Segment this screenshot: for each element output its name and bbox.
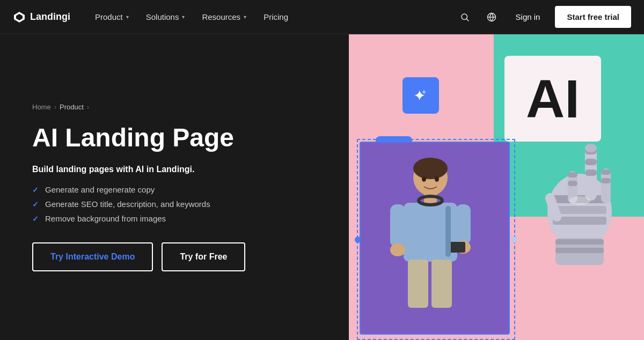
svg-point-15 <box>413 158 448 179</box>
right-panel: AI ✦ + <box>349 34 644 340</box>
svg-rect-22 <box>449 242 465 253</box>
brand-logo[interactable]: Landingi <box>13 11 70 24</box>
nav-item-solutions[interactable]: Solutions ▾ <box>138 8 193 26</box>
breadcrumb-separator: › <box>54 103 56 111</box>
page-title: AI Landing Page <box>32 124 317 152</box>
svg-rect-31 <box>553 206 606 214</box>
hero-subtitle: Build landing pages with AI in Landingi. <box>32 165 317 174</box>
features-list: ✓ Generate and regenerate copy ✓ Generat… <box>32 185 317 223</box>
left-panel: Home › Product › AI Landing Page Build l… <box>0 34 349 340</box>
ai-font-icon-card: ✦ + <box>402 77 439 114</box>
check-icon-2: ✓ <box>32 200 39 209</box>
breadcrumb-current: Product <box>60 103 84 111</box>
free-trial-button[interactable]: Try for Free <box>162 242 245 271</box>
svg-point-37 <box>585 144 597 152</box>
language-button[interactable] <box>482 8 501 26</box>
svg-line-3 <box>466 19 469 21</box>
svg-rect-39 <box>601 169 611 175</box>
svg-rect-47 <box>555 248 604 253</box>
globe-icon <box>487 12 496 22</box>
navigation: Landingi Product ▾ Solutions ▾ Resources… <box>0 0 644 34</box>
svg-rect-40 <box>601 178 611 183</box>
svg-rect-24 <box>431 260 452 308</box>
cta-buttons: Try Interactive Demo Try for Free <box>32 242 317 271</box>
svg-point-27 <box>422 176 426 182</box>
breadcrumb-separator-2: › <box>87 103 89 111</box>
start-trial-button[interactable]: Start free trial <box>555 6 631 28</box>
chevron-down-icon: ▾ <box>182 14 185 20</box>
breadcrumb-home[interactable]: Home <box>32 103 51 111</box>
nav-item-product[interactable]: Product ▾ <box>87 8 136 26</box>
breadcrumb: Home › Product › <box>32 103 317 111</box>
nav-item-resources[interactable]: Resources ▾ <box>194 8 254 26</box>
search-button[interactable] <box>456 8 474 26</box>
svg-rect-26 <box>445 206 451 257</box>
magic-wand-icon: ✦ + <box>411 86 430 105</box>
svg-point-48 <box>569 196 590 205</box>
demo-button[interactable]: Try Interactive Demo <box>32 242 153 271</box>
person-photo-area <box>360 142 510 335</box>
svg-rect-35 <box>585 159 597 165</box>
main-content: Home › Product › AI Landing Page Build l… <box>0 34 644 340</box>
feature-item-3: ✓ Remove background from images <box>32 214 317 223</box>
svg-rect-23 <box>408 260 428 308</box>
svg-rect-46 <box>555 239 604 245</box>
svg-rect-18 <box>390 204 405 247</box>
check-icon-1: ✓ <box>32 186 39 194</box>
brand-name: Landingi <box>30 11 70 23</box>
nav-right: Sign in Start free trial <box>456 6 631 28</box>
feature-item-2: ✓ Generate SEO title, description, and k… <box>32 199 317 209</box>
person-figure <box>361 143 500 325</box>
logo-icon <box>13 11 26 24</box>
feature-label-3: Remove background from images <box>45 214 166 223</box>
nav-item-pricing[interactable]: Pricing <box>256 8 296 26</box>
svg-rect-43 <box>568 181 577 186</box>
feature-label-1: Generate and regenerate copy <box>45 185 155 194</box>
svg-rect-42 <box>568 172 577 178</box>
svg-rect-19 <box>456 204 471 245</box>
selection-handle-right <box>511 236 517 243</box>
feature-item-1: ✓ Generate and regenerate copy <box>32 185 317 194</box>
chevron-down-icon: ▾ <box>244 14 246 20</box>
chevron-down-icon: ▾ <box>126 14 129 20</box>
svg-rect-36 <box>585 169 597 176</box>
robot-hand-svg <box>526 115 644 265</box>
check-icon-3: ✓ <box>32 215 39 223</box>
sign-in-button[interactable]: Sign in <box>509 8 547 26</box>
nav-items: Product ▾ Solutions ▾ Resources ▾ Pricin… <box>87 8 456 26</box>
svg-text:+: + <box>422 87 426 96</box>
robot-hand-area <box>526 115 644 265</box>
search-icon <box>460 12 470 22</box>
svg-point-20 <box>390 243 405 256</box>
feature-label-2: Generate SEO title, description, and key… <box>45 199 210 209</box>
svg-point-28 <box>435 176 439 182</box>
hero-composition: AI ✦ + <box>349 34 644 340</box>
svg-point-2 <box>462 14 467 20</box>
